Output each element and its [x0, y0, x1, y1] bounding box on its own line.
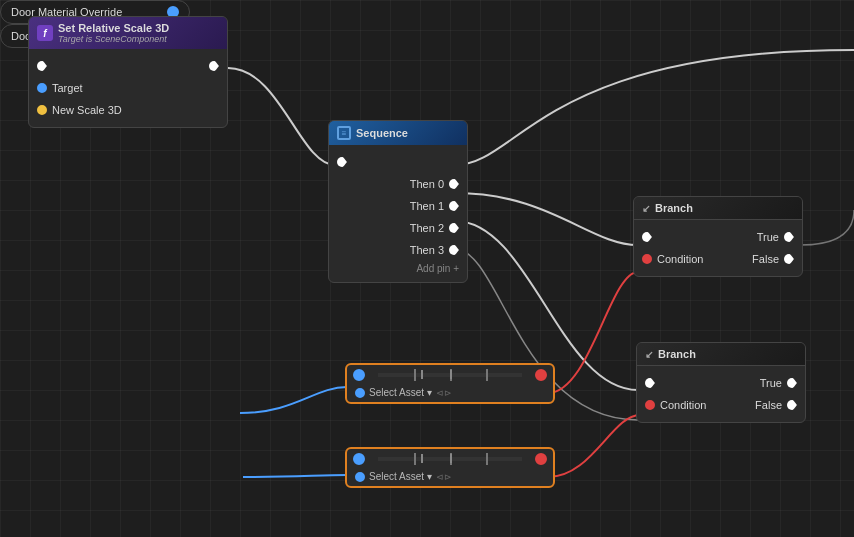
node-branch1-body: True Condition False — [634, 220, 802, 276]
add-pin-row[interactable]: Add pin + — [329, 261, 467, 276]
branch2-exec-in — [645, 378, 655, 388]
branch2-condition-row: Condition False — [637, 394, 805, 416]
branch1-icon: ↙ — [642, 203, 650, 214]
select2-out-pin — [535, 453, 547, 465]
exec-out-pin — [209, 61, 219, 71]
node-sequence-body: Then 0 Then 1 Then 2 Then 3 Add pin + — [329, 145, 467, 282]
then3-row: Then 3 — [329, 239, 467, 261]
scale-row: New Scale 3D — [29, 99, 227, 121]
node-sequence-header: ≡ Sequence — [329, 121, 467, 145]
select1-label[interactable]: Select Asset ▾ — [369, 387, 432, 398]
select2-label-row: Select Asset ▾ ⊲⊳ — [347, 469, 553, 486]
node-setscale-header: f Set Relative Scale 3D Target is SceneC… — [29, 17, 227, 49]
branch1-condition-row: Condition False — [634, 248, 802, 270]
node-branch2-body: True Condition False — [637, 366, 805, 422]
then3-pin — [449, 245, 459, 255]
node-select-asset-1: Select Asset ▾ ⊲⊳ — [345, 363, 555, 404]
branch2-condition-pin — [645, 400, 655, 410]
node-sequence-title: Sequence — [356, 127, 408, 139]
select2-bar — [378, 457, 522, 461]
node-branch1-title: Branch — [655, 202, 693, 214]
select1-out-pin — [535, 369, 547, 381]
then2-pin — [449, 223, 459, 233]
select2-io-icons: ⊲⊳ — [436, 472, 452, 482]
node-select-asset-2: Select Asset ▾ ⊲⊳ — [345, 447, 555, 488]
seq-exec-row — [329, 151, 467, 173]
select2-label[interactable]: Select Asset ▾ — [369, 471, 432, 482]
branch2-icon: ↙ — [645, 349, 653, 360]
select1-in-pin — [353, 369, 365, 381]
exec-row — [29, 55, 227, 77]
branch1-exec-row: True — [634, 226, 802, 248]
branch2-true-pin — [787, 378, 797, 388]
select1-bar — [378, 373, 522, 377]
branch1-true-pin — [784, 232, 794, 242]
node-branch2-header: ↙ Branch — [637, 343, 805, 366]
select1-io-icons: ⊲⊳ — [436, 388, 452, 398]
node-sequence: ≡ Sequence Then 0 Then 1 Then 2 Then 3 A… — [328, 120, 468, 283]
branch1-exec-in — [642, 232, 652, 242]
select2-inner — [347, 449, 553, 469]
node-setscale-body: Target New Scale 3D — [29, 49, 227, 127]
node-branch2-title: Branch — [658, 348, 696, 360]
select1-bottom-pin — [355, 388, 365, 398]
then1-pin — [449, 201, 459, 211]
select2-in-pin — [353, 453, 365, 465]
sequence-icon: ≡ — [337, 126, 351, 140]
seq-exec-in — [337, 157, 347, 167]
branch1-condition-pin — [642, 254, 652, 264]
node-branch1: ↙ Branch True Condition False — [633, 196, 803, 277]
select1-label-row: Select Asset ▾ ⊲⊳ — [347, 385, 553, 402]
target-pin — [37, 83, 47, 93]
node-branch2: ↙ Branch True Condition False — [636, 342, 806, 423]
target-row: Target — [29, 77, 227, 99]
scale-pin — [37, 105, 47, 115]
branch2-exec-row: True — [637, 372, 805, 394]
node-branch1-header: ↙ Branch — [634, 197, 802, 220]
exec-in-pin — [37, 61, 47, 71]
node-setscale-title: Set Relative Scale 3D — [58, 22, 169, 34]
select2-bottom-pin — [355, 472, 365, 482]
select1-inner — [347, 365, 553, 385]
branch1-false-pin — [784, 254, 794, 264]
branch2-false-pin — [787, 400, 797, 410]
function-icon: f — [37, 25, 53, 41]
then1-row: Then 1 — [329, 195, 467, 217]
node-setscale-subtitle: Target is SceneComponent — [58, 34, 169, 44]
then0-pin — [449, 179, 459, 189]
then2-row: Then 2 — [329, 217, 467, 239]
node-set-relative-scale: f Set Relative Scale 3D Target is SceneC… — [28, 16, 228, 128]
then0-row: Then 0 — [329, 173, 467, 195]
